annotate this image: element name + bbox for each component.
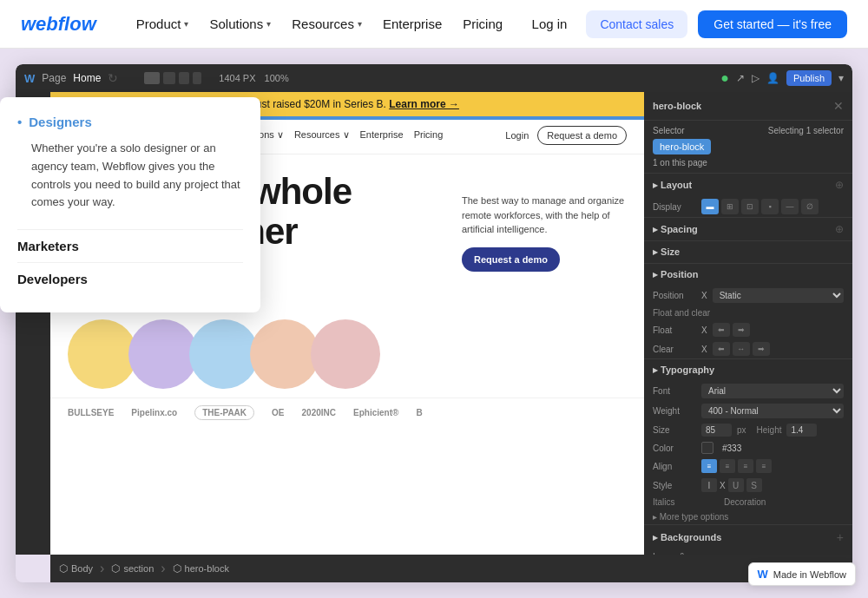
strikethrough-icon[interactable]: S [746,478,762,492]
nav-link-enterprise[interactable]: Enterprise [374,11,450,36]
layout-title: ▸ Layout [653,180,692,191]
align-justify-icon[interactable]: ≡ [756,459,772,473]
font-select[interactable]: Arial [701,384,844,398]
dropdown-active-item: Designers [17,115,243,129]
backgrounds-section: ▸ Backgrounds + Image & gradient + Color… [644,524,852,555]
selector-hint: Selecting 1 selector [768,126,844,135]
breadcrumb-hero-block[interactable]: ⬡ hero-block [173,562,229,575]
none-icon[interactable]: ∅ [801,199,819,214]
nav-product-label: Product [136,16,181,31]
dropdown-item-marketers[interactable]: Marketers [17,229,243,262]
position-section-header[interactable]: ▸ Position [644,264,852,286]
circle-peach [250,319,319,389]
align-center-icon[interactable]: ≡ [720,459,735,473]
preview-icon[interactable]: ▷ [752,72,760,84]
position-select[interactable]: StaticRelativeAbsoluteFixed [713,288,844,303]
main-area: W Page Home ↻ 1404 PX 100% ● ↗ ▷ 👤 Publi… [0,49,868,598]
inline-block-icon[interactable]: ▪ [761,199,779,214]
selector-label: Selector [653,126,685,135]
size-section-header[interactable]: ▸ Size [644,241,852,263]
close-icon[interactable]: ✕ [833,99,844,113]
hero-cta-button[interactable]: Request a demo [462,247,560,272]
site-nav-pricing[interactable]: Pricing [414,129,444,141]
tablet-view-icon[interactable] [163,72,175,84]
align-right-icon[interactable]: ≡ [738,459,753,473]
display-label: Display [653,202,696,212]
login-button[interactable]: Log in [523,11,576,36]
clear-both-icon[interactable]: ↔ [733,342,750,356]
typography-section-header[interactable]: ▸ Typography [644,359,852,381]
site-login[interactable]: Login [505,130,529,141]
site-nav-resources[interactable]: Resources ∨ [294,129,350,141]
site-nav-enterprise[interactable]: Enterprise [360,129,404,141]
float-left-icon[interactable]: ⬅ [713,323,730,337]
backgrounds-header[interactable]: ▸ Backgrounds + [644,525,852,549]
logo-b: B [416,408,422,417]
breadcrumb-arrow-2: › [161,561,165,576]
contact-sales-button[interactable]: Contact sales [586,10,687,38]
style-label: Style [653,481,696,490]
align-icons: ≡ ≡ ≡ ≡ [701,459,772,473]
size-title: ▸ Size [653,246,680,258]
grid-icon[interactable]: ⊡ [741,199,759,214]
publish-button[interactable]: Publish [786,70,832,86]
breadcrumb-body[interactable]: ⬡ Body [59,562,93,575]
color-swatch[interactable] [701,442,713,454]
nav-right: Log in Contact sales Get started — it's … [523,10,847,38]
font-label: Font [653,386,696,396]
spacing-section: ▸ Spacing ⊕ [644,217,852,240]
editor-logo: W [24,72,35,85]
desktop-view-icon[interactable] [144,72,160,84]
get-started-button[interactable]: Get started — it's free [698,10,847,38]
position-row: Position X StaticRelativeAbsoluteFixed [644,286,852,306]
on-page-count: 1 on this page [653,158,844,168]
dropdown-item-developers[interactable]: Developers [17,262,243,295]
backgrounds-add-icon[interactable]: + [837,530,844,544]
clear-right-icon[interactable]: ➡ [753,342,770,356]
chevron-down-icon: ▾ [184,19,188,29]
nav-link-product[interactable]: Product ▾ [128,11,198,36]
height-input[interactable] [786,424,817,437]
bold-icon[interactable]: I [701,478,717,492]
mobile-portrait-icon[interactable] [193,72,201,84]
nav-link-resources[interactable]: Resources ▾ [283,11,371,36]
breadcrumb-body-label: Body [71,563,93,574]
more-type-label[interactable]: ▸ More type options [653,512,728,522]
flex-icon[interactable]: ⊞ [721,199,739,214]
selected-class[interactable]: hero-block [653,139,711,154]
webflow-logo[interactable]: webflow [21,13,96,36]
style-icons: I X U S [701,478,762,492]
display-row: Display ▬ ⊞ ⊡ ▪ — ∅ [644,196,852,217]
spacing-section-header[interactable]: ▸ Spacing ⊕ [644,218,852,240]
height-label: Height [757,425,782,435]
underline-icon[interactable]: U [728,478,744,492]
italics-label: Italics [653,497,696,507]
nav-link-solutions[interactable]: Solutions ▾ [201,11,279,36]
logo-2020inc: 2020INC [302,408,336,417]
font-row: Font Arial [644,381,852,401]
layout-section-header[interactable]: ▸ Layout ⊕ [644,174,852,196]
clear-left-icon[interactable]: ⬅ [713,342,730,356]
chevron-down-icon: ▾ [266,19,271,29]
float-right-icon[interactable]: ➡ [733,323,750,337]
status-icon: ● [720,70,729,86]
editor-right-panel: hero-block ✕ Selector Selecting 1 select… [644,92,852,555]
size-input[interactable] [701,424,732,437]
share-icon[interactable]: ↗ [736,72,745,84]
style-row: Style I X U S [644,476,852,495]
align-left-icon[interactable]: ≡ [701,459,717,473]
clear-label: Clear [653,345,696,354]
weight-select[interactable]: 400 - Normal [701,404,844,418]
block-icon[interactable]: ▬ [701,199,719,214]
page-label: Page [42,72,66,84]
refresh-icon[interactable]: ↻ [108,71,118,85]
nav-link-pricing[interactable]: Pricing [454,11,511,36]
banner-link[interactable]: Learn more → [389,98,459,110]
site-demo-button[interactable]: Request a demo [537,126,627,145]
nav-solutions-label: Solutions [209,16,263,31]
breadcrumb-section[interactable]: ⬡ section [111,562,154,575]
align-label: Align [653,462,696,471]
made-in-webflow-badge[interactable]: W Made in Webflow [748,562,856,586]
mobile-landscape-icon[interactable] [179,72,189,84]
inline-icon[interactable]: — [781,199,799,214]
